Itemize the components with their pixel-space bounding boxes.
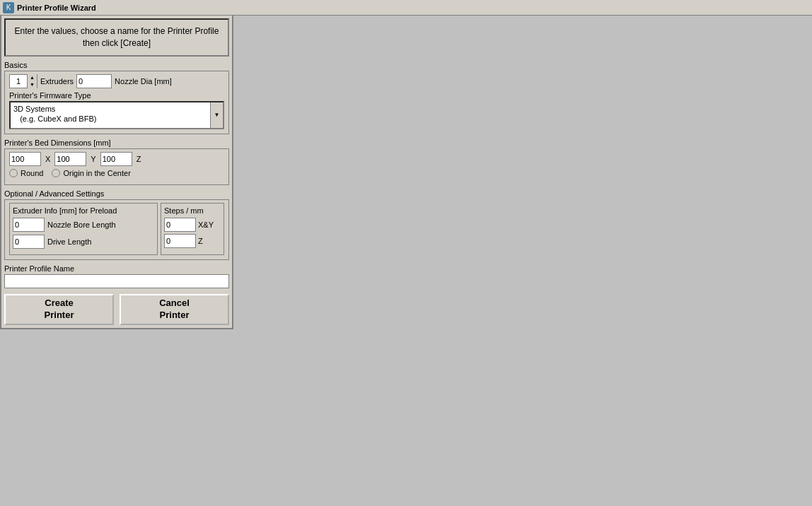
bed-x-input[interactable]: [9, 152, 41, 166]
basics-group: 1 ▲ ▼ Extruders Nozzle Dia [mm] Printer'…: [4, 71, 229, 134]
firmware-selected-value: 3D Systems (e.g. CubeX and BFB): [11, 102, 210, 128]
nozzle-dia-label: Nozzle Dia [mm]: [115, 77, 172, 86]
steps-xy-input[interactable]: [164, 218, 196, 232]
steps-xy-label: X&Y: [198, 220, 214, 229]
firmware-dropdown-arrow[interactable]: ▼: [210, 102, 223, 128]
x-label: X: [45, 155, 50, 163]
bed-y-input[interactable]: [54, 152, 86, 166]
app-icon: K: [3, 2, 14, 13]
nozzle-dia-input[interactable]: [76, 74, 112, 88]
steps-box: Steps / mm X&Y Z: [161, 203, 224, 255]
steps-z-label: Z: [198, 237, 203, 245]
origin-radio[interactable]: Origin in the Center: [52, 169, 130, 177]
main-window: Enter the values, choose a name for the …: [0, 16, 233, 329]
cancel-printer-button[interactable]: CancelPrinter: [120, 294, 229, 325]
instruction-text: Enter the values, choose a name for the …: [15, 26, 219, 48]
y-label: Y: [91, 155, 95, 163]
nozzle-bore-label: Nozzle Bore Length: [47, 220, 116, 229]
steps-z-input[interactable]: [164, 234, 196, 248]
extruders-spinner[interactable]: 1 ▲ ▼: [9, 74, 37, 88]
bed-dims-group: X Y Z Round Origin in the Center: [4, 148, 229, 185]
bed-z-input[interactable]: [100, 152, 132, 166]
basics-section-label: Basics: [4, 61, 229, 69]
nozzle-bore-input[interactable]: [13, 218, 45, 232]
extruder-info-title: Extruder Info [mm] for Preload: [13, 206, 154, 215]
firmware-label: Printer's Firmware Type: [9, 91, 224, 100]
round-radio[interactable]: Round: [9, 169, 43, 177]
create-printer-button[interactable]: CreatePrinter: [4, 294, 114, 325]
extruders-label: Extruders: [40, 77, 74, 86]
z-label: Z: [137, 155, 141, 163]
extruders-value: 1: [10, 77, 27, 86]
extruders-down-btn[interactable]: ▼: [28, 81, 37, 88]
drive-length-label: Drive Length: [47, 237, 91, 246]
optional-group: Extruder Info [mm] for Preload Nozzle Bo…: [4, 199, 229, 260]
optional-label: Optional / Advanced Settings: [4, 189, 229, 198]
profile-name-input[interactable]: [4, 274, 229, 288]
extruders-up-btn[interactable]: ▲: [28, 74, 37, 81]
extruder-info-box: Extruder Info [mm] for Preload Nozzle Bo…: [9, 203, 158, 255]
title-bar-text: Printer Profile Wizard: [17, 4, 96, 12]
firmware-select-wrapper[interactable]: 3D Systems (e.g. CubeX and BFB) ▼: [9, 101, 224, 129]
steps-title: Steps / mm: [164, 206, 221, 215]
title-bar: K Printer Profile Wizard: [0, 0, 812, 16]
round-label: Round: [21, 169, 43, 177]
drive-length-input[interactable]: [13, 235, 45, 249]
profile-name-label: Printer Profile Name: [4, 264, 229, 273]
origin-label: Origin in the Center: [63, 169, 130, 177]
bed-dims-label: Printer's Bed Dimensions [mm]: [4, 139, 229, 147]
instruction-box: Enter the values, choose a name for the …: [4, 18, 229, 57]
